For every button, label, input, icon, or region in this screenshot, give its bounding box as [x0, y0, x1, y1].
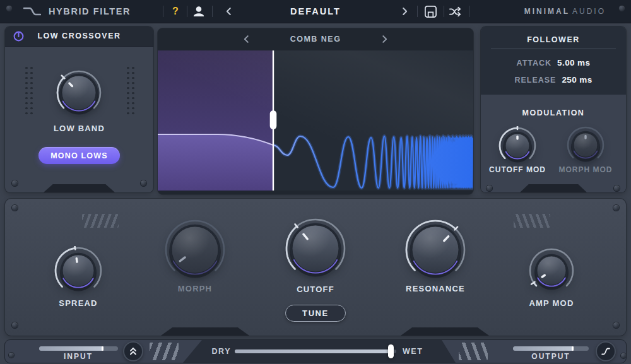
morph-mod-knob[interactable]: [566, 126, 605, 165]
knob-label: MORPH: [144, 284, 245, 293]
input-label: INPUT: [34, 352, 122, 361]
output-label: OUTPUT: [507, 352, 595, 361]
input-slider-handle[interactable]: [102, 346, 103, 351]
app-title: HYBRID FILTER: [49, 0, 131, 23]
grip-dots: [126, 66, 134, 117]
modulation-section: MODULATION CUTOFF MOD MORPH MOD: [481, 95, 626, 192]
main-controls-panel: SPREAD MORPH CUTOFF TUNE RESONANCE AMP M…: [5, 199, 626, 336]
divider: [163, 6, 163, 17]
morph-knob[interactable]: [164, 219, 226, 281]
hatch-marks: [82, 214, 119, 228]
screw: [619, 6, 625, 11]
help-button[interactable]: ?: [168, 0, 183, 23]
knob-label: CUTOFF MOD: [483, 165, 552, 174]
dry-wet-fill: [235, 349, 391, 353]
hatch-marks: [514, 214, 550, 228]
display-header: COMB NEG: [158, 28, 473, 50]
screw: [613, 205, 619, 211]
divider: [469, 6, 469, 17]
low-band-knob[interactable]: [56, 69, 102, 116]
save-preset-icon[interactable]: [423, 4, 437, 18]
crossover-handle[interactable]: [270, 110, 277, 129]
divider: [491, 49, 616, 49]
screw: [6, 6, 12, 11]
panel-title: LOW CROSSOVER: [5, 26, 153, 46]
low-crossover-header: LOW CROSSOVER: [5, 26, 153, 46]
panel-notch: [401, 327, 489, 336]
io-bar: INPUT DRY WET OUTPUT: [5, 340, 626, 363]
panel-notch: [44, 184, 115, 192]
screw: [9, 353, 14, 358]
attack-value[interactable]: 5.00 ms: [557, 58, 590, 68]
filter-type-next-icon[interactable]: [379, 33, 390, 47]
wet-label: WET: [403, 346, 423, 356]
divider: [444, 6, 444, 17]
preset-next-button[interactable]: [398, 4, 411, 18]
screw: [613, 322, 619, 328]
filter-type-prev-icon[interactable]: [241, 33, 252, 47]
screw: [621, 353, 626, 358]
panel-notch: [520, 184, 587, 192]
minimal-audio-logo-icon: [23, 5, 41, 20]
dry-wet-slider[interactable]: [235, 349, 396, 353]
spread-knob[interactable]: [54, 246, 103, 295]
account-icon[interactable]: [192, 4, 206, 18]
release-row[interactable]: RELEASE 250 ms: [481, 75, 626, 85]
attack-row[interactable]: ATTACK 5.00 ms: [481, 58, 626, 68]
knob-label: SPREAD: [28, 298, 129, 308]
panel-notch: [161, 327, 249, 336]
title-bar: HYBRID FILTER ? DEFAULT: [0, 0, 631, 23]
mono-lows-button[interactable]: MONO LOWS: [38, 147, 120, 164]
dry-wet-handle[interactable]: [388, 344, 394, 358]
resonance-knob[interactable]: [404, 219, 466, 281]
input-slider[interactable]: [39, 346, 118, 351]
grip-dots: [24, 66, 33, 117]
hatch-marks: [150, 343, 179, 360]
modulation-title: MODULATION: [481, 103, 626, 123]
screw: [12, 205, 18, 211]
follower-panel: FOLLOWER ATTACK 5.00 ms RELEASE 250 ms M…: [481, 26, 626, 192]
screw: [12, 180, 18, 186]
output-slider-handle[interactable]: [572, 346, 574, 351]
screw: [12, 322, 18, 328]
preset-name[interactable]: DEFAULT: [290, 0, 341, 23]
release-value[interactable]: 250 ms: [562, 75, 592, 85]
filter-type-name[interactable]: COMB NEG: [158, 28, 473, 50]
power-icon[interactable]: [12, 30, 25, 45]
screw: [141, 180, 146, 186]
hatch-marks: [459, 343, 488, 360]
output-slider-fill: [513, 346, 573, 351]
release-label: RELEASE: [514, 76, 556, 85]
amp-mod-knob[interactable]: [528, 247, 575, 294]
screw: [487, 185, 492, 191]
screw: [614, 185, 620, 191]
knob-label: RESONANCE: [385, 284, 486, 293]
tune-button[interactable]: TUNE: [285, 305, 346, 322]
preset-prev-button[interactable]: [222, 4, 236, 18]
knob-label: AMP MOD: [501, 298, 602, 308]
brand-logo: MINIMALAUDIO: [524, 0, 606, 23]
divider: [187, 6, 187, 17]
cutoff-mod-knob[interactable]: [498, 126, 537, 165]
knob-label: CUTOFF: [265, 285, 366, 294]
plugin-window: HYBRID FILTER ? DEFAULT: [0, 0, 631, 364]
collapse-button[interactable]: [123, 341, 143, 361]
filter-response-display[interactable]: [158, 50, 473, 191]
output-slider[interactable]: [513, 346, 589, 351]
output-curve-button[interactable]: [596, 341, 616, 361]
follower-section: FOLLOWER ATTACK 5.00 ms RELEASE 250 ms: [481, 26, 626, 95]
dry-label: DRY: [203, 346, 231, 356]
input-slider-fill: [39, 346, 102, 351]
low-crossover-panel: LOW CROSSOVER LOW BAND MONO LOWS: [5, 26, 153, 192]
knob-label: MORPH MOD: [551, 165, 620, 174]
divider: [212, 6, 213, 17]
filter-display-panel: COMB NEG: [158, 28, 473, 194]
divider: [417, 6, 418, 17]
attack-label: ATTACK: [517, 59, 552, 68]
cutoff-knob[interactable]: [285, 218, 346, 279]
randomize-shuffle-icon[interactable]: [449, 4, 463, 18]
knob-label: LOW BAND: [5, 124, 153, 133]
follower-title: FOLLOWER: [481, 30, 626, 50]
